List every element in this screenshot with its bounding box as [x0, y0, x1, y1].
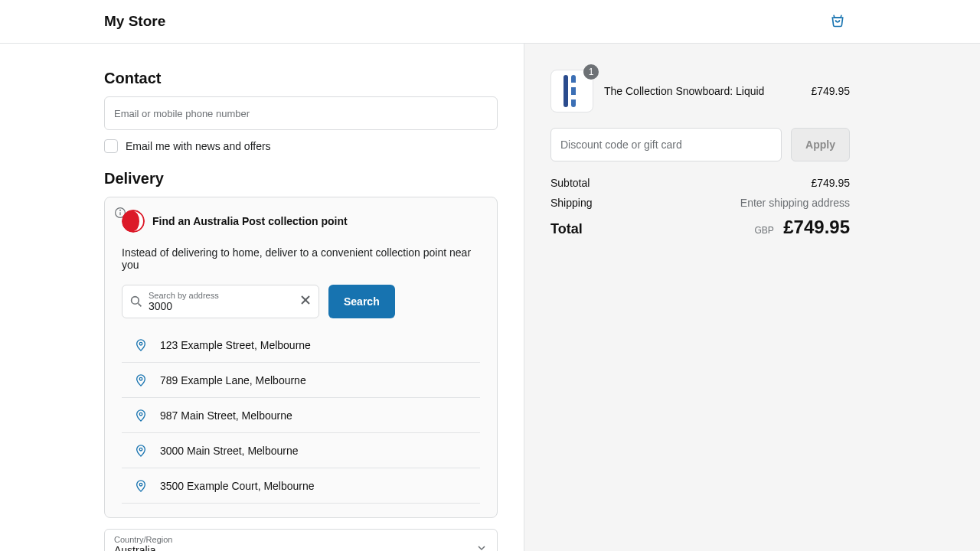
svg-point-12 [139, 483, 142, 486]
location-pin-icon [136, 339, 146, 351]
search-results: 123 Example Street, Melbourne 789 Exampl… [122, 328, 480, 504]
list-item[interactable]: 123 Example Street, Melbourne [122, 328, 480, 363]
offers-checkbox[interactable] [104, 139, 118, 153]
result-address: 3500 Example Court, Melbourne [160, 480, 315, 492]
search-label: Search by address [149, 291, 294, 300]
svg-point-9 [139, 377, 142, 380]
location-pin-icon [136, 409, 146, 422]
shipping-value: Enter shipping address [740, 197, 850, 209]
discount-placeholder: Discount code or gift card [560, 139, 682, 151]
product-price: £749.95 [811, 85, 850, 97]
order-summary: 1 The Collection Snowboard: Liquid £749.… [524, 44, 980, 551]
list-item[interactable]: 987 Main Street, Melbourne [122, 398, 480, 433]
result-address: 123 Example Street, Melbourne [160, 339, 311, 351]
delivery-heading: Delivery [104, 170, 498, 187]
quantity-badge: 1 [583, 64, 599, 80]
list-item[interactable]: 3500 Example Court, Melbourne [122, 468, 480, 504]
total-value: £749.95 [783, 217, 850, 237]
svg-point-10 [139, 412, 142, 416]
chevron-down-icon [477, 542, 486, 551]
shipping-label: Shipping [550, 197, 593, 209]
cart-icon[interactable] [830, 14, 845, 29]
address-search-input[interactable]: Search by address 3000 [122, 285, 319, 318]
product-thumbnail: 1 [550, 70, 593, 112]
subtotal-value: £749.95 [811, 177, 850, 189]
result-address: 789 Example Lane, Melbourne [160, 374, 306, 386]
svg-point-11 [139, 448, 142, 451]
svg-rect-16 [571, 95, 576, 99]
search-icon [130, 295, 142, 308]
svg-point-4 [132, 297, 139, 305]
country-label: Country/Region [114, 535, 488, 544]
svg-point-8 [139, 342, 142, 345]
result-address: 3000 Main Street, Melbourne [160, 445, 299, 457]
collection-desc: Instead of delivering to home, deliver t… [122, 246, 480, 271]
offers-label: Email me with news and offers [126, 140, 271, 152]
checkout-form: Contact Email or mobile phone number Ema… [0, 44, 524, 551]
country-value: Australia [114, 544, 488, 551]
page-header: My Store [0, 0, 980, 44]
currency-code: GBP [754, 225, 773, 236]
search-button[interactable]: Search [328, 285, 395, 318]
collection-point-card: Find an Australia Post collection point … [104, 197, 498, 518]
location-pin-icon [136, 374, 146, 386]
svg-rect-13 [564, 75, 568, 107]
svg-rect-14 [571, 75, 576, 107]
collection-title: Find an Australia Post collection point [152, 215, 348, 227]
location-pin-icon [136, 480, 146, 492]
list-item[interactable]: 3000 Main Street, Melbourne [122, 433, 480, 468]
store-name[interactable]: My Store [104, 13, 165, 30]
product-name: The Collection Snowboard: Liquid [604, 85, 800, 97]
snowboard-icon [560, 73, 583, 109]
svg-line-5 [138, 303, 141, 306]
apply-button[interactable]: Apply [791, 128, 850, 161]
discount-code-input[interactable]: Discount code or gift card [550, 128, 782, 161]
clear-search-icon[interactable] [300, 295, 311, 308]
list-item[interactable]: 789 Example Lane, Melbourne [122, 363, 480, 398]
email-placeholder: Email or mobile phone number [114, 108, 250, 119]
auspost-logo-icon [122, 210, 145, 233]
svg-rect-15 [571, 83, 576, 87]
svg-point-1 [120, 210, 121, 210]
total-label: Total [550, 221, 583, 237]
country-select[interactable]: Country/Region Australia [104, 529, 498, 551]
contact-heading: Contact [104, 70, 498, 87]
location-pin-icon [136, 445, 146, 457]
search-value: 3000 [149, 300, 294, 312]
result-address: 987 Main Street, Melbourne [160, 409, 292, 422]
email-field[interactable]: Email or mobile phone number [104, 96, 498, 130]
subtotal-label: Subtotal [550, 177, 590, 189]
